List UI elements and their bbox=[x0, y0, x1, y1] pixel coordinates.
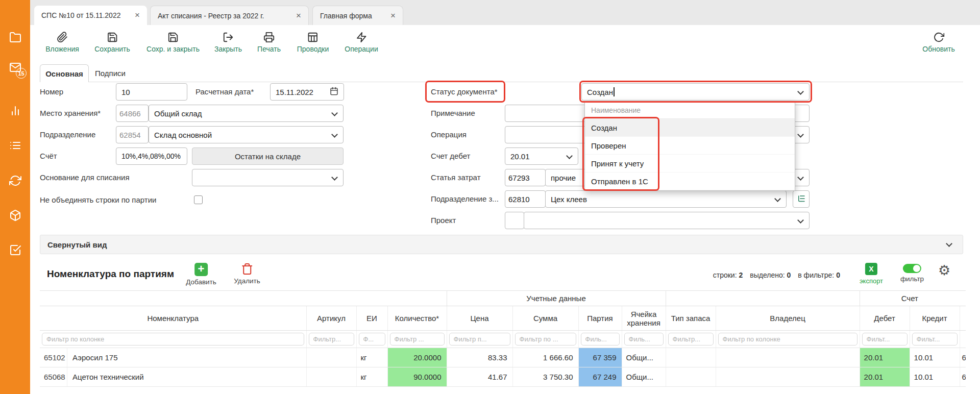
toggle-on-icon[interactable] bbox=[903, 264, 921, 273]
filter-input-owner[interactable] bbox=[718, 333, 857, 346]
filter-input-sum[interactable] bbox=[515, 333, 576, 346]
close-icon[interactable]: × bbox=[296, 12, 301, 19]
mesto-code-input[interactable]: 64866 bbox=[116, 105, 149, 122]
nomer-input[interactable] bbox=[116, 83, 187, 101]
cell-debit[interactable]: 20.01 bbox=[860, 348, 910, 367]
col-quantity[interactable]: Количество* bbox=[387, 306, 447, 331]
cell-price[interactable]: 83.33 bbox=[447, 348, 512, 367]
col-debit[interactable]: Дебет bbox=[860, 306, 910, 331]
cell-credit[interactable]: 10.01 bbox=[910, 367, 960, 387]
mail-icon[interactable]: 15 bbox=[0, 61, 30, 73]
cell-storage[interactable]: Общи... bbox=[622, 348, 666, 367]
save-button[interactable]: Сохранить bbox=[94, 32, 130, 53]
cell-sum[interactable]: 1 666.60 bbox=[512, 348, 578, 367]
osnovanie-select[interactable] bbox=[192, 169, 344, 186]
operations-button[interactable]: Операции bbox=[345, 32, 378, 53]
folder-icon[interactable] bbox=[0, 31, 30, 43]
col-sum[interactable]: Сумма bbox=[512, 306, 578, 331]
cell-quantity[interactable]: 90.0000 bbox=[387, 367, 447, 387]
cell-ei[interactable]: кг bbox=[356, 367, 387, 387]
gear-icon[interactable]: ⚙ bbox=[938, 262, 950, 278]
cell-debit[interactable]: 20.01 bbox=[860, 367, 910, 387]
podrazdelenie-z-select[interactable]: Цех клеев bbox=[545, 190, 787, 208]
cell-sum[interactable]: 3 750.30 bbox=[512, 367, 578, 387]
print-button[interactable]: Печать bbox=[257, 32, 281, 53]
bar-chart-icon[interactable] bbox=[0, 105, 30, 117]
cell-artikul[interactable] bbox=[306, 367, 356, 387]
cell-storage[interactable]: Общи... bbox=[622, 367, 666, 387]
col-nomenclature[interactable]: Номенклатура bbox=[40, 306, 306, 331]
statya-zatrat-code-input[interactable]: 67293 bbox=[505, 169, 546, 186]
filter-toggle[interactable]: фильтр bbox=[900, 264, 924, 283]
proekt-select[interactable] bbox=[524, 212, 810, 229]
filter-input-debit[interactable] bbox=[862, 333, 908, 346]
dropdown-item-proveren[interactable]: Проверен bbox=[585, 137, 795, 155]
tab-registry[interactable]: Акт списания - Реестр за 2022 г. × bbox=[150, 6, 309, 25]
dropdown-item-sozdan[interactable]: Создан bbox=[585, 119, 795, 137]
table-row[interactable]: 65102 Аэросил 175 кг 20.0000 83.33 1 666… bbox=[40, 348, 966, 367]
close-button[interactable]: Закрыть bbox=[214, 32, 242, 53]
col-stock-type[interactable]: Тип запаса bbox=[666, 306, 716, 331]
calendar-icon[interactable] bbox=[330, 87, 338, 97]
filter-input-cell[interactable] bbox=[624, 333, 664, 346]
ostatki-na-sklade-button[interactable]: Остатки на складе bbox=[192, 147, 344, 165]
cell-extra[interactable]: 6 bbox=[960, 367, 966, 387]
schet-input[interactable] bbox=[116, 147, 187, 165]
podrazdelenie-code-input[interactable]: 62854 bbox=[116, 126, 149, 143]
cell-owner[interactable] bbox=[716, 348, 860, 367]
podrazdelenie-z-code-input[interactable]: 62810 bbox=[505, 190, 546, 208]
add-row-button[interactable]: + Добавить bbox=[186, 263, 216, 286]
filter-input-quantity[interactable] bbox=[390, 333, 445, 346]
cell-owner[interactable] bbox=[716, 367, 860, 387]
cell-quantity[interactable]: 20.0000 bbox=[387, 348, 447, 367]
cell-batch[interactable]: 67 359 bbox=[578, 348, 622, 367]
date-input[interactable]: 15.11.2022 bbox=[270, 83, 344, 101]
merge-checkbox[interactable] bbox=[194, 195, 203, 204]
dropdown-item-otpravlen[interactable]: Отправлен в 1С bbox=[585, 173, 795, 190]
tab-osnovnaya[interactable]: Основная bbox=[40, 64, 89, 82]
close-icon[interactable]: × bbox=[390, 12, 396, 19]
col-price[interactable]: Цена bbox=[447, 306, 512, 331]
schet-debet-select[interactable]: 20.01 bbox=[505, 147, 578, 165]
postings-button[interactable]: Проводки bbox=[297, 32, 329, 53]
filter-input-ei[interactable] bbox=[359, 333, 385, 346]
tab-document[interactable]: СПС №10 от 15.11.2022 × bbox=[34, 6, 147, 25]
col-cell[interactable]: Ячейка хранения bbox=[622, 306, 666, 331]
filter-input-stock-type[interactable] bbox=[668, 333, 714, 346]
list-icon[interactable] bbox=[0, 139, 30, 152]
cell-extra[interactable]: 6 bbox=[960, 348, 966, 367]
col-credit[interactable]: Кредит bbox=[910, 306, 960, 331]
cell-ei[interactable]: кг bbox=[356, 348, 387, 367]
filter-input-credit[interactable] bbox=[912, 333, 958, 346]
status-input[interactable]: Создан bbox=[581, 83, 810, 101]
collapsed-view-bar[interactable]: Свернутый вид bbox=[40, 235, 963, 254]
filter-input-price[interactable] bbox=[449, 333, 510, 346]
package-icon[interactable] bbox=[0, 209, 30, 221]
cell-credit[interactable]: 10.01 bbox=[910, 348, 960, 367]
delete-row-button[interactable]: Удалить bbox=[234, 263, 260, 285]
filter-input-batch[interactable] bbox=[581, 333, 620, 346]
mesto-select[interactable]: Общий склад bbox=[149, 105, 344, 122]
cell-batch[interactable]: 67 249 bbox=[578, 367, 622, 387]
col-batch[interactable]: Партия bbox=[578, 306, 622, 331]
tab-podpisi[interactable]: Подписи bbox=[92, 64, 129, 82]
proekt-code-input[interactable] bbox=[505, 212, 524, 229]
excel-export-button[interactable]: X экспорт bbox=[860, 263, 883, 285]
col-artikul[interactable]: Артикул bbox=[306, 306, 356, 331]
cell-stock-type[interactable] bbox=[666, 348, 716, 367]
tab-main-form[interactable]: Главная форма × bbox=[312, 6, 403, 25]
hierarchy-button[interactable] bbox=[793, 190, 810, 208]
cell-stock-type[interactable] bbox=[666, 367, 716, 387]
cell-artikul[interactable] bbox=[306, 348, 356, 367]
close-icon[interactable]: × bbox=[135, 12, 140, 19]
podrazdelenie-select[interactable]: Склад основной bbox=[149, 126, 344, 143]
col-ei[interactable]: ЕИ bbox=[356, 306, 387, 331]
save-and-close-button[interactable]: Сохр. и закрыть bbox=[146, 32, 200, 53]
filter-input-nomenclature[interactable] bbox=[42, 333, 304, 346]
cell-price[interactable]: 41.67 bbox=[447, 367, 512, 387]
col-owner[interactable]: Владелец bbox=[716, 306, 860, 331]
dropdown-item-prinyat[interactable]: Принят к учету bbox=[585, 155, 795, 173]
tasks-check-icon[interactable] bbox=[0, 244, 30, 256]
refresh-button[interactable]: Обновить bbox=[922, 32, 954, 53]
table-row[interactable]: 65068 Ацетон технический кг 90.0000 41.6… bbox=[40, 367, 966, 387]
